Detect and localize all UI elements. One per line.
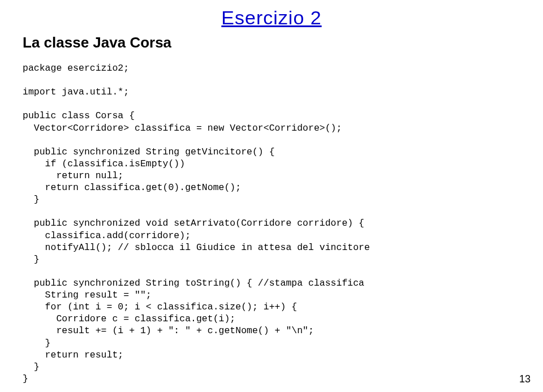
code-line: classifica.add(corridore); [23,230,191,241]
code-line: for (int i = 0; i < classifica.size(); i… [23,301,297,312]
code-line: String result = ""; [23,290,152,300]
code-line: return result; [23,350,123,360]
code-line: result += (i + 1) + ": " + c.getNome() +… [23,325,314,336]
code-line: if (classifica.isEmpty()) [23,158,185,169]
code-line: Vector<Corridore> classifica = new Vecto… [23,123,342,133]
code-line: return null; [23,170,123,181]
code-block: package esercizio2; import java.util.*; … [23,62,370,385]
code-line: return classifica.get(0).getNome(); [23,182,241,193]
code-line: import java.util.*; [23,87,129,97]
slide-subtitle: La classe Java Corsa [23,34,171,51]
code-line: public synchronized String toString() { … [23,278,364,288]
slide-title: Esercizio 2 [221,7,321,29]
code-line: } [23,338,51,348]
page-number: 13 [519,373,531,385]
code-line: } [23,361,40,372]
code-line: public synchronized String getVincitore(… [23,147,275,157]
code-line: public class Corsa { [23,110,135,121]
code-line: } [23,194,40,205]
code-line: Corridore c = classifica.get(i); [23,313,235,324]
code-line: notifyAll(); // sblocca il Giudice in at… [23,242,370,253]
code-line: } [23,254,40,265]
code-line: package esercizio2; [23,63,129,74]
code-line: public synchronized void setArrivato(Cor… [23,218,364,229]
code-line: } [23,373,28,384]
